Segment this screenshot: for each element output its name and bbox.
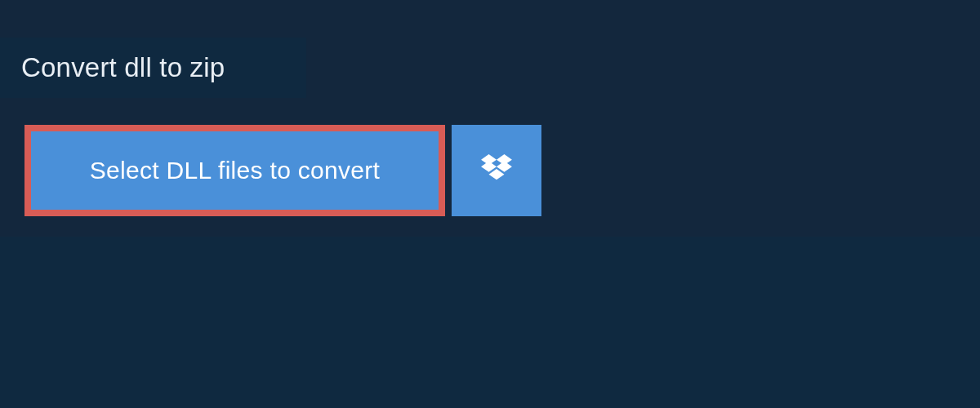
dropbox-upload-button[interactable] <box>452 125 541 216</box>
tab-title: Convert dll to zip <box>21 52 225 83</box>
select-files-button[interactable]: Select DLL files to convert <box>24 125 445 216</box>
upload-button-row: Select DLL files to convert <box>24 125 541 216</box>
select-files-label: Select DLL files to convert <box>90 157 381 184</box>
active-tab[interactable]: Convert dll to zip <box>0 38 306 98</box>
dropbox-icon <box>481 154 512 187</box>
